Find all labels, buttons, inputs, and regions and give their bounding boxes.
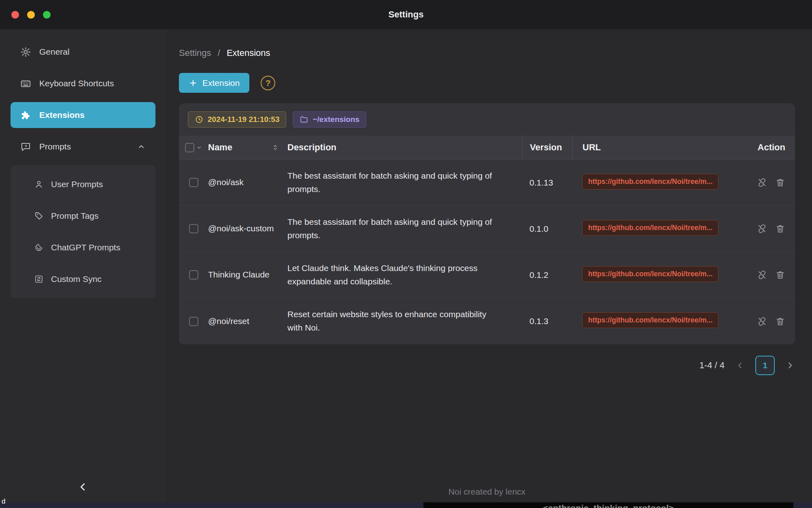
- sidebar-item-label: Extensions: [39, 110, 85, 120]
- sidebar-item-prompts[interactable]: Prompts: [11, 134, 155, 160]
- extension-name: Thinking Claude: [208, 269, 287, 281]
- select-all-checkbox[interactable]: [185, 143, 194, 152]
- sidebar-item-label: Prompts: [39, 142, 71, 152]
- maximize-window-button[interactable]: [43, 11, 51, 19]
- add-extension-button[interactable]: Extension: [179, 73, 249, 93]
- delete-extension-icon[interactable]: [775, 316, 785, 327]
- row-checkbox-cell: [179, 224, 208, 233]
- minimize-window-button[interactable]: [27, 11, 35, 19]
- sync-icon: [34, 274, 44, 284]
- header-action: Action: [746, 136, 795, 159]
- disable-extension-icon[interactable]: [757, 316, 767, 327]
- sidebar-item-general[interactable]: General: [11, 39, 155, 65]
- close-window-button[interactable]: [11, 11, 19, 19]
- header-name: Name: [208, 136, 287, 159]
- row-actions: [746, 224, 795, 234]
- page-1-button[interactable]: 1: [755, 356, 775, 375]
- previous-page-icon[interactable]: [735, 361, 745, 370]
- sidebar-item-label: Prompt Tags: [51, 211, 99, 221]
- sidebar-item-chatgpt-prompts[interactable]: ChatGPT Prompts: [11, 232, 155, 263]
- sidebar-item-prompt-tags[interactable]: Prompt Tags: [11, 200, 155, 232]
- disable-extension-icon[interactable]: [757, 177, 767, 188]
- timestamp-text: 2024-11-19 21:10:53: [208, 115, 279, 124]
- help-icon[interactable]: ?: [261, 76, 275, 90]
- chevron-up-icon: [137, 142, 146, 151]
- header-name-label: Name: [208, 142, 232, 153]
- header-url: URL: [572, 136, 746, 159]
- table-row: @noi/ask-custom The best assistant for b…: [179, 206, 795, 252]
- help-glyph: ?: [266, 78, 271, 88]
- row-checkbox[interactable]: [189, 317, 198, 326]
- user-icon: [34, 179, 44, 189]
- delete-extension-icon[interactable]: [775, 270, 785, 280]
- background-letter: d: [2, 497, 5, 506]
- tag-icon: [34, 211, 44, 221]
- row-actions: [746, 270, 795, 280]
- clock-icon: [195, 115, 204, 124]
- header-checkbox-cell: [179, 136, 208, 159]
- extension-description: The best assistant for batch asking and …: [287, 169, 522, 196]
- disable-extension-icon[interactable]: [757, 224, 767, 234]
- row-actions: [746, 316, 795, 327]
- sidebar: General Keyboard Shortcuts Extensions: [0, 29, 166, 508]
- prompts-subgroup: User Prompts Prompt Tags ChatGPT Prompts: [11, 165, 155, 298]
- sidebar-item-custom-sync[interactable]: Custom Sync: [11, 263, 155, 295]
- extension-name: @noi/ask: [208, 176, 287, 188]
- background-window-strip: <anthropic_thinking_protocol>: [0, 502, 812, 508]
- extension-url-link[interactable]: https://github.com/lencx/Noi/tree/m...: [582, 312, 718, 328]
- extension-url-cell: https://github.com/lencx/Noi/tree/m...: [572, 174, 746, 192]
- sort-icon[interactable]: [271, 143, 279, 152]
- extension-version: 0.1.0: [522, 224, 572, 234]
- directory-badge[interactable]: ~/extensions: [293, 111, 366, 128]
- table-row: @noi/ask The best assistant for batch as…: [179, 160, 795, 206]
- extension-name: @noi/reset: [208, 315, 287, 327]
- extensions-panel: 2024-11-19 21:10:53 ~/extensions: [179, 103, 795, 344]
- background-window-left: [0, 502, 423, 508]
- traffic-lights: [11, 0, 51, 29]
- extension-url-link[interactable]: https://github.com/lencx/Noi/tree/m...: [582, 266, 718, 282]
- table-row: @noi/reset Reset certain website styles …: [179, 298, 795, 344]
- delete-extension-icon[interactable]: [775, 177, 785, 188]
- header-description: Description: [287, 136, 522, 159]
- sidebar-item-user-prompts[interactable]: User Prompts: [11, 169, 155, 200]
- row-checkbox[interactable]: [189, 270, 198, 280]
- sidebar-item-label: User Prompts: [51, 179, 103, 189]
- extension-version: 0.1.3: [522, 316, 572, 326]
- delete-extension-icon[interactable]: [775, 224, 785, 234]
- gear-icon: [20, 47, 31, 58]
- keyboard-icon: [20, 78, 31, 89]
- filter-badges: 2024-11-19 21:10:53 ~/extensions: [179, 103, 795, 136]
- extension-url-cell: https://github.com/lencx/Noi/tree/m...: [572, 312, 746, 330]
- disable-extension-icon[interactable]: [757, 270, 767, 280]
- background-window-text: <anthropic_thinking_protocol>: [423, 502, 793, 508]
- row-checkbox[interactable]: [189, 224, 198, 233]
- sidebar-collapse-button[interactable]: [0, 481, 166, 493]
- breadcrumb-separator: /: [218, 48, 220, 58]
- extension-version: 0.1.2: [522, 270, 572, 280]
- chevron-left-icon: [77, 481, 89, 493]
- sidebar-item-label: ChatGPT Prompts: [51, 243, 120, 252]
- header-version: Version: [522, 136, 572, 159]
- breadcrumb: Settings / Extensions: [179, 48, 795, 58]
- row-checkbox[interactable]: [189, 178, 198, 187]
- extension-description: Let Claude think. Makes Claude's thinkin…: [287, 262, 522, 288]
- row-checkbox-cell: [179, 270, 208, 280]
- footer-credit: Noi created by lencx: [179, 487, 795, 497]
- extension-url-link[interactable]: https://github.com/lencx/Noi/tree/m...: [582, 174, 718, 190]
- row-checkbox-cell: [179, 178, 208, 187]
- sidebar-item-label: General: [39, 47, 70, 57]
- chat-prompt-icon: [20, 141, 31, 152]
- extension-url-link[interactable]: https://github.com/lencx/Noi/tree/m...: [582, 220, 718, 236]
- breadcrumb-current: Extensions: [227, 48, 270, 58]
- next-page-icon[interactable]: [785, 361, 795, 370]
- window-title: Settings: [389, 9, 424, 20]
- sidebar-item-extensions[interactable]: Extensions: [11, 102, 155, 128]
- breadcrumb-root[interactable]: Settings: [179, 48, 211, 58]
- extension-description: Reset certain website styles to enhance …: [287, 308, 522, 334]
- extension-version: 0.1.13: [522, 178, 572, 188]
- sidebar-item-keyboard-shortcuts[interactable]: Keyboard Shortcuts: [11, 70, 155, 96]
- extension-name: @noi/ask-custom: [208, 222, 287, 235]
- chevron-down-icon[interactable]: [196, 144, 202, 151]
- timestamp-badge[interactable]: 2024-11-19 21:10:53: [188, 111, 286, 128]
- row-actions: [746, 177, 795, 188]
